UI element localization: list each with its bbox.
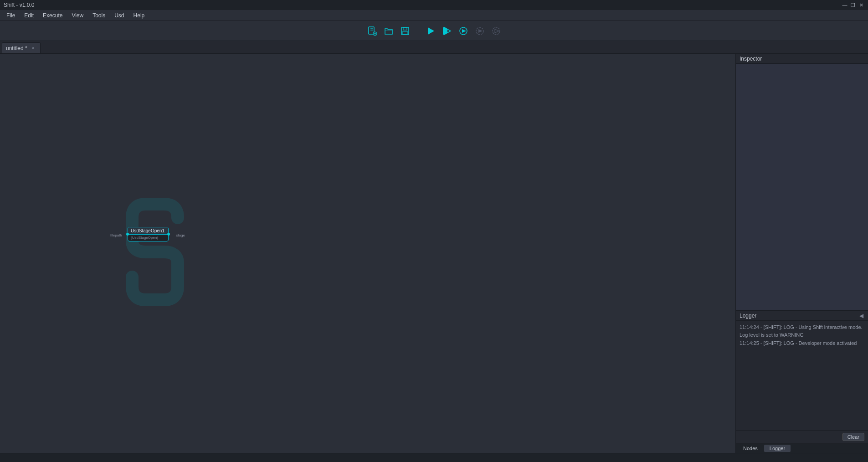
logger-header: Logger ◀ — [736, 311, 868, 321]
file-toolbar-group — [365, 24, 412, 38]
menu-bar: File Edit Execute View Tools Usd Help — [0, 10, 868, 21]
logger-panel: Logger ◀ 11:14:24 - [SHIFT]: LOG - Using… — [736, 311, 868, 443]
svg-rect-8 — [402, 31, 408, 34]
right-panel: Inspector Logger ◀ 11:14:24 - [SHIFT]: L… — [736, 54, 868, 453]
execute-option3-icon — [491, 26, 501, 36]
log-entry-2: 11:14:25 - [SHIFT]: LOG - Developer mode… — [740, 339, 864, 347]
main-layout: filepath stage UsdStageOpen1 (UsdStageOp… — [0, 54, 868, 453]
execute-all-button[interactable] — [456, 24, 471, 38]
menu-edit[interactable]: Edit — [20, 11, 38, 20]
new-file-icon — [367, 26, 377, 36]
bottom-tab-logger[interactable]: Logger — [764, 445, 791, 452]
execute-selected-button[interactable] — [440, 24, 454, 38]
toolbar — [0, 21, 868, 41]
node-container[interactable]: filepath stage UsdStageOpen1 (UsdStageOp… — [128, 227, 169, 241]
execute-toolbar-group — [423, 24, 503, 38]
execute-button[interactable] — [423, 24, 438, 38]
execute-selected-icon — [442, 26, 452, 36]
execute-icon — [426, 26, 436, 36]
execute-option3-button[interactable] — [489, 24, 503, 38]
close-button[interactable]: ✕ — [858, 2, 864, 8]
menu-file[interactable]: File — [2, 11, 20, 20]
inspector-title: Inspector — [740, 56, 762, 62]
svg-marker-18 — [495, 29, 499, 33]
execute-option2-button[interactable] — [473, 24, 487, 38]
menu-usd[interactable]: Usd — [110, 11, 128, 20]
status-bar — [0, 453, 868, 462]
title-bar: Shift - v1.0.0 — ❐ ✕ — [0, 0, 868, 10]
menu-view[interactable]: View — [67, 11, 88, 20]
execute-option2-icon — [475, 26, 485, 36]
tab-untitled[interactable]: untitled * × — [2, 42, 41, 53]
tab-label: untitled * — [6, 45, 27, 51]
node-title: UsdStageOpen1 — [131, 228, 164, 233]
inspector-content — [736, 64, 868, 310]
node-body: (UsdStageOpen) — [128, 235, 168, 241]
tab-bar: untitled * × — [0, 41, 868, 54]
right-port-dot[interactable] — [167, 233, 170, 236]
svg-rect-7 — [403, 27, 407, 30]
right-port-label: stage — [176, 233, 185, 237]
open-file-button[interactable] — [381, 24, 396, 38]
save-file-button[interactable] — [398, 24, 412, 38]
svg-marker-11 — [444, 27, 451, 35]
menu-tools[interactable]: Tools — [88, 11, 110, 20]
left-port-label: filepath — [110, 233, 122, 237]
bottom-tab-bar: Nodes Logger — [736, 443, 868, 453]
save-file-icon — [400, 26, 410, 36]
logger-close-button[interactable]: ◀ — [858, 313, 864, 319]
svg-marker-16 — [478, 29, 483, 33]
node-header: UsdStageOpen1 — [128, 227, 168, 235]
menu-execute[interactable]: Execute — [38, 11, 67, 20]
logger-bottom: Clear — [736, 430, 868, 443]
left-port-dot[interactable] — [126, 233, 129, 236]
log-entry-1: 11:14:24 - [SHIFT]: LOG - Using Shift in… — [740, 323, 864, 339]
new-file-button[interactable] — [365, 24, 380, 38]
clear-button[interactable]: Clear — [842, 433, 864, 441]
canvas-area[interactable]: filepath stage UsdStageOpen1 (UsdStageOp… — [0, 54, 736, 453]
execute-all-icon — [458, 26, 468, 36]
node-subtitle: (UsdStageOpen) — [131, 236, 158, 240]
minimize-button[interactable]: — — [842, 2, 848, 8]
inspector-header: Inspector — [736, 54, 868, 64]
svg-marker-9 — [428, 27, 434, 35]
logger-content: 11:14:24 - [SHIFT]: LOG - Using Shift in… — [736, 321, 868, 430]
menu-help[interactable]: Help — [129, 11, 149, 20]
node-box[interactable]: UsdStageOpen1 (UsdStageOpen) — [128, 227, 169, 241]
open-file-icon — [384, 26, 394, 36]
bottom-tab-nodes[interactable]: Nodes — [738, 445, 763, 452]
tab-close-button[interactable]: × — [30, 45, 36, 51]
inspector-panel: Inspector — [736, 54, 868, 311]
logger-title: Logger — [740, 313, 756, 319]
title-bar-controls: — ❐ ✕ — [842, 2, 864, 8]
app-title: Shift - v1.0.0 — [4, 2, 34, 8]
maximize-button[interactable]: ❐ — [850, 2, 856, 8]
watermark — [118, 195, 191, 309]
svg-marker-14 — [462, 29, 466, 33]
